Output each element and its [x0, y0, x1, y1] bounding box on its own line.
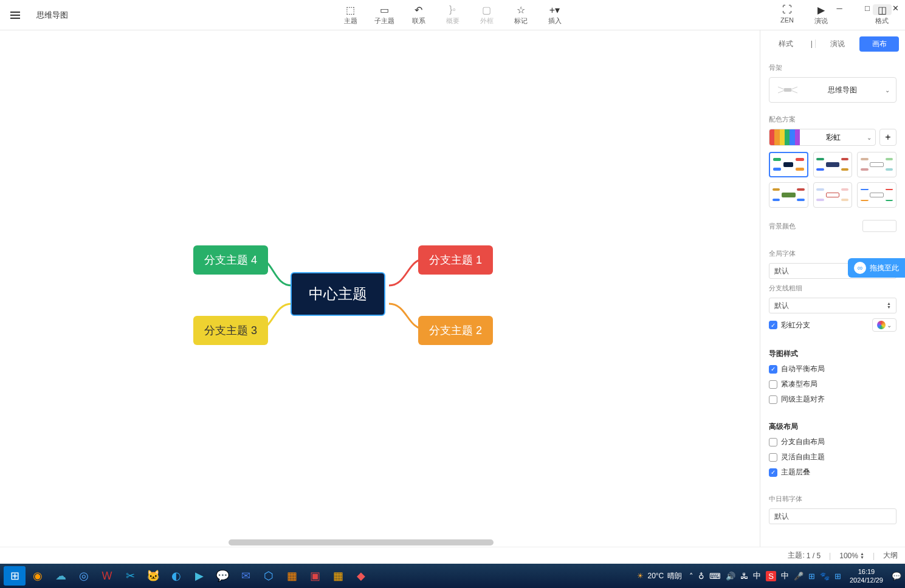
- compact-checkbox[interactable]: [769, 380, 777, 389]
- skeleton-preview-icon: [776, 84, 800, 95]
- tray-volume-icon[interactable]: 🔊: [726, 572, 735, 581]
- taskbar-app-8[interactable]: ▶: [188, 566, 210, 586]
- free-topic-checkbox[interactable]: [769, 453, 777, 462]
- center-topic[interactable]: 中心主题: [291, 272, 385, 316]
- marker-icon: ☆: [517, 4, 525, 15]
- tab-pitch[interactable]: 演说: [818, 36, 858, 52]
- rainbow-branch-checkbox[interactable]: [769, 321, 777, 329]
- tray-keyboard-icon[interactable]: ⌨: [709, 572, 721, 581]
- format-sidebar: 样式 | 演说 画布 骨架 思维导图 ⌄ 配色方案 彩虹 ⌄: [760, 30, 905, 547]
- marker-button[interactable]: ☆标记: [510, 4, 532, 26]
- chevron-down-icon: ⌄: [885, 87, 890, 94]
- tray-cloud-icon[interactable]: ♁: [698, 572, 704, 581]
- taskbar-app-13[interactable]: ▣: [304, 566, 326, 586]
- theme-preset-3[interactable]: [857, 152, 896, 177]
- rainbow-color-button[interactable]: ⌄: [872, 318, 896, 332]
- taskbar-app-2[interactable]: ☁: [50, 566, 72, 586]
- chevron-down-icon: ⌄: [867, 134, 872, 141]
- pitch-button[interactable]: ▶演说: [810, 4, 832, 26]
- svg-line-2: [778, 91, 784, 93]
- theme-preset-5[interactable]: [813, 182, 853, 208]
- branch-width-select[interactable]: 默认▲▼: [769, 298, 896, 313]
- ime-indicator-2[interactable]: 中: [781, 570, 789, 581]
- cloud-icon: ∞: [854, 262, 866, 274]
- taskbar-app-3[interactable]: ◎: [73, 566, 95, 586]
- bg-color-label: 背景颜色: [769, 222, 796, 231]
- taskbar-app-14[interactable]: ▦: [327, 566, 349, 586]
- subtopic-button[interactable]: ▭子主题: [374, 4, 396, 26]
- taskbar-app-6[interactable]: 🐱: [142, 566, 164, 586]
- topic-icon: ⬚: [346, 4, 355, 15]
- branch-topic-2[interactable]: 分支主题 2: [418, 316, 493, 345]
- theme-preset-6[interactable]: [857, 182, 896, 208]
- skeleton-select[interactable]: 思维导图 ⌄: [769, 77, 896, 103]
- drag-target-badge[interactable]: ∞ 拖拽至此: [848, 258, 905, 278]
- theme-preset-2[interactable]: [813, 152, 853, 177]
- branch-topic-4[interactable]: 分支主题 4: [193, 245, 268, 275]
- taskbar-clock[interactable]: 16:19 2024/12/29: [850, 567, 883, 584]
- color-scheme-label: 配色方案: [769, 115, 896, 124]
- subtopic-icon: ▭: [380, 4, 389, 15]
- topic-button[interactable]: ⬚主题: [340, 4, 362, 26]
- branch-topic-1[interactable]: 分支主题 1: [418, 245, 493, 275]
- taskbar-app-1[interactable]: ◉: [27, 566, 49, 586]
- pitch-icon: ▶: [817, 4, 825, 15]
- tab-style[interactable]: 样式: [766, 36, 806, 52]
- summary-button: }◦概要: [442, 4, 464, 26]
- windows-taskbar: ⊞ ◉ ☁ ◎ W ✂ 🐱 ◐ ▶ 💬 ✉ ⬡ ▦ ▣ ▦ ◆ ☀ 20°C 晴…: [0, 564, 905, 588]
- theme-preset-1[interactable]: [769, 152, 808, 177]
- zoom-control[interactable]: 100%▲▼: [839, 552, 864, 560]
- taskbar-app-10[interactable]: ✉: [235, 566, 256, 586]
- theme-preset-4[interactable]: [769, 182, 808, 208]
- notifications-icon[interactable]: 💬: [892, 572, 901, 581]
- color-scheme-select[interactable]: 彩虹 ⌄: [769, 129, 876, 146]
- horizontal-scrollbar[interactable]: [2, 538, 758, 547]
- zen-icon: ⛶: [782, 4, 792, 15]
- tray-network-icon[interactable]: 🖧: [740, 572, 748, 581]
- branch-topic-3[interactable]: 分支主题 3: [193, 316, 268, 345]
- advanced-layout-title: 高级布局: [769, 422, 896, 432]
- align-level-checkbox[interactable]: [769, 395, 777, 404]
- taskbar-app-7[interactable]: ◐: [165, 566, 187, 586]
- menu-button[interactable]: [0, 12, 30, 19]
- relation-button[interactable]: ↶联系: [408, 4, 430, 26]
- taskbar-app-9[interactable]: 💬: [212, 566, 233, 586]
- free-branch-checkbox[interactable]: [769, 438, 777, 446]
- format-icon: ◫: [873, 4, 892, 15]
- rainbow-icon: [877, 321, 886, 329]
- add-scheme-button[interactable]: +: [879, 129, 896, 146]
- insert-button[interactable]: +▾插入: [544, 4, 566, 26]
- bg-color-picker[interactable]: [862, 220, 896, 232]
- taskbar-app-5[interactable]: ✂: [119, 566, 141, 586]
- tray-grid-icon[interactable]: ⊞: [808, 572, 815, 581]
- tray-sogou-icon[interactable]: S: [766, 571, 776, 581]
- boundary-button: ▢外框: [476, 4, 498, 26]
- taskbar-app-12[interactable]: ▦: [281, 566, 303, 586]
- tray-app-icon[interactable]: 🐾: [820, 572, 830, 581]
- weather-widget[interactable]: ☀ 20°C 晴朗: [637, 571, 682, 581]
- svg-line-1: [778, 87, 784, 89]
- status-bar: 主题:1 / 5 | 100%▲▼ | 大纲: [0, 547, 905, 564]
- taskbar-app-4[interactable]: W: [96, 566, 118, 586]
- tab-canvas[interactable]: 画布: [859, 36, 899, 52]
- taskbar-app-11[interactable]: ⬡: [258, 566, 280, 586]
- outline-button[interactable]: 大纲: [883, 550, 898, 561]
- format-button[interactable]: ◫格式: [871, 4, 893, 26]
- zen-button[interactable]: ⛶ZEN: [776, 4, 798, 26]
- summary-icon: }◦: [449, 4, 456, 15]
- overlap-checkbox[interactable]: [769, 468, 777, 477]
- ime-indicator[interactable]: 中: [753, 570, 761, 581]
- taskbar-app-15[interactable]: ◆: [350, 566, 372, 586]
- tray-mic-icon[interactable]: 🎤: [794, 572, 803, 581]
- window-minimize-button[interactable]: ─: [832, 2, 847, 13]
- start-button[interactable]: ⊞: [4, 566, 26, 586]
- auto-balance-checkbox[interactable]: [769, 365, 777, 374]
- map-style-title: 导图样式: [769, 349, 896, 359]
- cjk-font-select[interactable]: 默认: [769, 508, 896, 524]
- boundary-icon: ▢: [482, 4, 491, 15]
- tray-chevron-icon[interactable]: ˄: [689, 572, 693, 581]
- topic-count: 主题:1 / 5: [788, 550, 821, 561]
- tray-apps-icon[interactable]: ⊞: [834, 572, 841, 581]
- mindmap-canvas[interactable]: 中心主题 分支主题 1 分支主题 2 分支主题 3 分支主题 4: [0, 30, 760, 547]
- global-font-label: 全局字体: [769, 249, 896, 258]
